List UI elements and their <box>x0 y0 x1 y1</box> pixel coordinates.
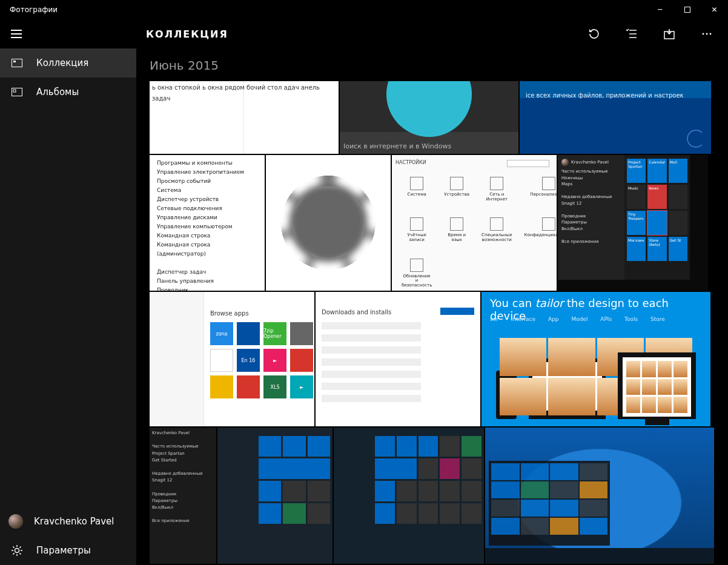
thumbnail-text <box>290 322 313 345</box>
thumbnail-text: Get St <box>669 237 687 261</box>
thumbnail-text <box>669 211 687 235</box>
thumbnail-text: Конфиденциальность <box>524 233 557 238</box>
sidebar-item-collection[interactable]: Коллекция <box>0 48 136 78</box>
thumbnail-text: Music <box>627 185 646 209</box>
photo-thumbnail[interactable] <box>485 428 714 564</box>
thumbnail-text: Сеть и Интернет <box>481 193 512 202</box>
svg-point-17 <box>703 33 704 35</box>
thumbnail-text: Система <box>402 193 432 197</box>
svg-rect-3 <box>13 90 16 92</box>
group-header[interactable]: Июнь 2015 <box>150 58 728 73</box>
thumbnail-text <box>237 322 260 345</box>
hamburger-icon <box>11 30 22 38</box>
thumbnail-text: Project Spartan <box>627 159 646 183</box>
sidebar: Коллекция Альбомы Kravchenko Pavel Парам… <box>0 19 136 565</box>
svg-point-4 <box>15 549 19 553</box>
svg-point-19 <box>710 33 712 35</box>
thumbnail-text: Mail <box>669 159 687 183</box>
thumbnail-text <box>210 375 233 398</box>
thumbnail-text <box>237 375 260 398</box>
svg-line-11 <box>19 547 21 548</box>
thumbnail-text: Kravchenko Pavel Часто используемые Proj… <box>152 430 214 525</box>
svg-rect-1 <box>13 61 16 62</box>
sidebar-item-albums[interactable]: Альбомы <box>0 78 136 107</box>
close-button[interactable]: ✕ <box>701 0 728 19</box>
title-bar: Фотографии ─ ✕ <box>0 0 728 19</box>
sidebar-item-label: Коллекция <box>36 58 88 68</box>
thumbnail-text: 7zip Opener <box>263 322 286 345</box>
photo-thumbnail[interactable]: Kravchenko Pavel Часто используемые Proj… <box>150 428 216 564</box>
thumbnail-text: Calendar <box>647 159 666 183</box>
thumbnail-text: Kravchenko Pavel <box>571 159 609 166</box>
thumbnail-text: Іоиск в интернете и в Windows <box>343 142 451 150</box>
thumbnail-text: Персонализация <box>524 193 557 197</box>
thumbnail-text: En 16 <box>237 349 260 372</box>
thumbnail-text: News <box>647 185 666 209</box>
collection-scroll[interactable]: Июнь 2015 ь окна стопкой ь окна рядом бо… <box>136 48 728 565</box>
command-bar: КОЛЛЕКЦИЯ <box>136 19 728 48</box>
photo-thumbnail[interactable] <box>266 155 391 291</box>
thumbnail-text: ser Interface App Model APIs Tools Store <box>490 316 665 322</box>
thumbnail-text: Browse apps <box>210 310 249 317</box>
thumbnail-text: Магазин <box>627 237 646 261</box>
photo-thumbnail[interactable]: ісе всех личных файлов, приложений и нас… <box>520 81 711 154</box>
avatar-icon <box>8 514 23 529</box>
thumbnail-text: ► <box>263 349 286 372</box>
minimize-button[interactable]: ─ <box>646 0 673 19</box>
thumbnail-text: Store (Beta) <box>647 237 666 261</box>
page-title: КОЛЛЕКЦИЯ <box>146 28 228 40</box>
thumbnail-text: Время и язык <box>444 233 469 242</box>
thumbnail-text: Tiny Troopers <box>627 211 646 235</box>
thumbnail-text: Учётные записи <box>402 233 432 242</box>
albums-icon <box>11 88 23 96</box>
select-button[interactable] <box>625 27 638 41</box>
thumbnail-text <box>669 185 687 209</box>
thumbnail-text: Обновление и безопасность <box>402 274 432 288</box>
main-area: КОЛЛЕКЦИЯ Июнь 2015 <box>136 19 728 565</box>
thumbnail-text: Downloads and installs <box>322 309 391 316</box>
thumbnail-text: Устройства <box>444 193 469 197</box>
sidebar-user-label: Kravchenko Pavel <box>34 516 114 527</box>
thumbnail-text: Часто используемые Ножницы Maps Недавно … <box>561 168 621 245</box>
thumbnail-text: Программы и компоненты Управление электр… <box>157 159 260 291</box>
photo-thumbnail[interactable]: Kravchenko Pavel Часто используемые Ножн… <box>558 155 708 291</box>
thumbnail-text: ь окна стопкой ь окна рядом бочий стол а… <box>152 82 339 104</box>
photo-thumbnail[interactable]: Іоиск в интернете и в Windows <box>340 81 518 154</box>
thumbnail-text <box>210 349 233 372</box>
thumbnail-text <box>440 308 474 315</box>
thumbnail-text: XLS <box>263 375 286 398</box>
thumbnail-text: ісе всех личных файлов, приложений и нас… <box>526 92 705 99</box>
maximize-button[interactable] <box>673 0 701 19</box>
photo-thumbnail[interactable]: Программы и компоненты Управление электр… <box>150 155 265 291</box>
thumbnail-text <box>647 211 666 235</box>
svg-line-9 <box>13 547 15 548</box>
photo-thumbnail[interactable] <box>217 428 333 564</box>
thumbnail-text: Специальные возможности <box>481 233 512 242</box>
more-button[interactable] <box>700 27 713 41</box>
refresh-button[interactable] <box>587 27 601 41</box>
thumbnail-text <box>290 349 313 372</box>
svg-line-12 <box>13 553 15 554</box>
photo-thumbnail[interactable]: ь окна стопкой ь окна рядом бочий стол а… <box>150 81 339 154</box>
thumbnail-text: ► <box>290 375 313 398</box>
window-title: Фотографии <box>10 5 58 14</box>
thumbnail-text: НАСТРОЙКИ <box>395 160 426 165</box>
import-button[interactable] <box>663 27 676 41</box>
collection-icon <box>11 59 23 67</box>
photo-thumbnail[interactable]: You can tailor the design to each device… <box>481 292 710 426</box>
sidebar-item-settings[interactable]: Параметры <box>0 536 136 565</box>
gear-icon <box>11 545 23 556</box>
photo-thumbnail[interactable] <box>334 428 484 564</box>
photo-thumbnail[interactable]: НАСТРОЙКИ Система Устройства Сеть и Инте… <box>392 155 557 291</box>
svg-point-18 <box>706 33 708 35</box>
gear-icon <box>266 155 391 291</box>
svg-line-10 <box>19 553 21 554</box>
sidebar-user[interactable]: Kravchenko Pavel <box>0 507 136 536</box>
svg-rect-0 <box>12 59 22 67</box>
photo-thumbnail[interactable]: Downloads and installs <box>316 292 480 426</box>
thumbnail-text: zona <box>210 322 233 345</box>
photo-thumbnail[interactable]: Browse apps zona 7zip Opener En 16 ► <box>150 292 314 426</box>
sidebar-item-label: Альбомы <box>36 87 79 97</box>
sidebar-item-label: Параметры <box>36 545 91 556</box>
hamburger-button[interactable] <box>0 19 136 48</box>
